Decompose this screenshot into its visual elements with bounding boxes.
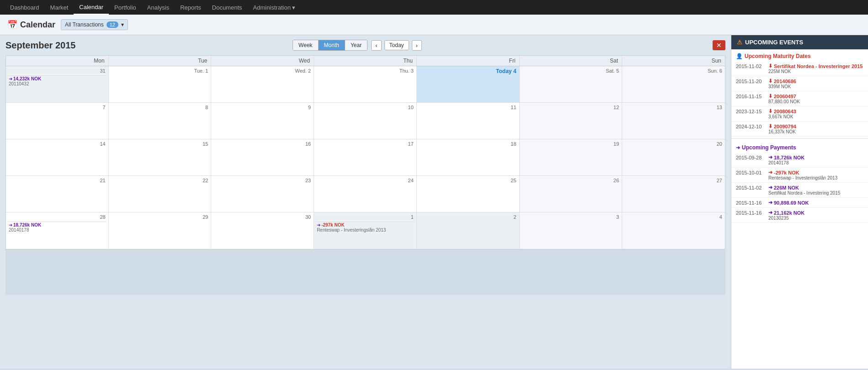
day-number: 10 [316,104,415,112]
filter-dropdown[interactable]: All Transactions 12 ▾ [61,19,128,30]
calendar-day[interactable]: 27 [622,176,725,212]
calendar-day[interactable]: 21 [6,176,109,212]
event-link[interactable]: ➜ 90,898.69 NOK [768,200,863,206]
event-link[interactable]: ⬇ 20060497 [768,93,863,99]
calendar-day[interactable]: 20 [622,139,725,175]
calendar-day[interactable]: 26 [520,176,623,212]
event-link[interactable]: ⬇ 20090794 [768,123,863,129]
calendar-day[interactable]: 4 [622,212,725,249]
calendar-day[interactable]: 10 [314,103,417,139]
dropdown-arrow-icon: ▾ [121,21,124,28]
calendar-day[interactable]: 1 ➜-297k NOK Renteswap - Investeringslån… [314,212,417,249]
close-button[interactable]: ✕ [713,40,725,50]
header-sun: Sun [622,56,725,66]
event-date: 2015-09-28 [736,154,766,160]
down-icon: ⬇ [768,123,772,129]
nav-administration[interactable]: Administration ▾ [248,0,301,15]
event-item[interactable]: ➜14,232k NOK 20110432 [8,75,107,87]
day-number: Sat. 5 [522,67,620,75]
calendar-day[interactable]: 16 [211,139,314,175]
sidebar-upcoming-events: ⚠ UPCOMING EVENTS 👤 Upcoming Maturity Da… [731,35,868,369]
nav-analysis[interactable]: Analysis [142,0,175,15]
event-date: 2015-11-02 [736,63,766,69]
calendar-day[interactable]: 19 [520,139,623,175]
event-link[interactable]: ➜ 18,726k NOK [768,154,863,160]
nav-portfolio[interactable]: Portfolio [109,0,142,15]
calendar-day[interactable]: Thu. 3 [314,66,417,102]
prev-button[interactable]: ‹ [371,40,381,51]
calendar-day[interactable]: Wed. 2 [211,66,314,102]
event-sub: 20140178 [768,160,863,165]
calendar-day[interactable]: 7 [6,103,109,139]
event-arrow-icon: ➜ [9,222,12,227]
view-buttons: Week Month Year [293,40,367,51]
day-number: 2 [419,213,517,222]
calendar-day[interactable]: 2 [417,212,520,249]
event-sub: 225M NOK [768,69,863,74]
event-content: ⬇ 20140686 339M NOK [768,78,863,89]
calendar-day[interactable]: 11 [417,103,520,139]
payment-event-2: 2015-10-01 ➜ -297k NOK Renteswap - Inves… [731,168,868,183]
calendar-day[interactable]: 15 [109,139,212,175]
calendar-day[interactable]: 12 [520,103,623,139]
calendar-icon: 📅 [7,20,17,30]
calendar-day[interactable]: 25 [417,176,520,212]
calendar-day[interactable]: 17 [314,139,417,175]
calendar-week-1: 31 ➜14,232k NOK 20110432 Tue. 1 Wed. 2 T… [6,66,725,103]
event-item[interactable]: ➜18,726k NOK 20140178 [8,222,107,233]
nav-market[interactable]: Market [45,0,74,15]
event-date: 2023-12-15 [736,108,766,114]
sidebar-header: ⚠ UPCOMING EVENTS [731,35,868,49]
nav-calendar[interactable]: Calendar [74,0,109,15]
payment-event-4: 2015-11-16 ➜ 90,898.69 NOK [731,198,868,208]
calendar-day[interactable]: 30 [211,212,314,249]
calendar-day[interactable]: 29 [109,212,212,249]
month-view-button[interactable]: Month [319,40,345,50]
day-number: 18 [419,140,517,148]
event-sub: 87,880.00 NOK [768,99,863,104]
calendar-day[interactable]: 9 [211,103,314,139]
event-item[interactable]: ➜-297k NOK Renteswap - Investeringslån 2… [316,222,415,233]
calendar-day[interactable]: Tue. 1 [109,66,212,102]
event-link[interactable]: ⬇ 20080643 [768,108,863,114]
nav-reports[interactable]: Reports [175,0,207,15]
event-id: 20140178 [9,227,29,233]
event-date: 2015-11-20 [736,78,766,84]
next-button[interactable]: › [412,40,422,51]
header-thu: Thu [314,56,417,66]
event-date: 2015-11-16 [736,200,766,206]
week-view-button[interactable]: Week [293,40,318,50]
header-mon: Mon [6,56,109,66]
today-button[interactable]: Today [384,40,409,50]
calendar-day-today[interactable]: Today 4 [417,66,520,102]
event-link[interactable]: ➜ -297k NOK [768,169,863,175]
calendar-day[interactable]: 28 ➜18,726k NOK 20140178 [6,212,109,249]
calendar-day[interactable]: Sun. 6 [622,66,725,102]
nav-dashboard[interactable]: Dashboard [5,0,45,15]
day-number: 17 [316,140,415,148]
event-sub: 339M NOK [768,84,863,89]
calendar-day[interactable]: 18 [417,139,520,175]
day-number: 1 [316,213,415,222]
day-number: 27 [624,177,723,185]
event-link[interactable]: ⬇ 20140686 [768,78,863,84]
calendar-day[interactable]: 3 [520,212,623,249]
event-content: ⬇ Sertifikat Nordea - Investeringer 2015… [768,63,863,74]
calendar-day[interactable]: 23 [211,176,314,212]
calendar-day[interactable]: 24 [314,176,417,212]
payment-event-5: 2015-11-16 ➜ 21,162k NOK 20130235 [731,208,868,223]
calendar-day[interactable]: 13 [622,103,725,139]
calendar-day[interactable]: 22 [109,176,212,212]
event-link[interactable]: ➜ 21,162k NOK [768,210,863,216]
event-link[interactable]: ⬇ Sertifikat Nordea - Investeringer 2015 [768,63,863,69]
calendar-day[interactable]: Sat. 5 [520,66,623,102]
year-view-button[interactable]: Year [345,40,367,50]
calendar-day[interactable]: 14 [6,139,109,175]
calendar-day[interactable]: 31 ➜14,232k NOK 20110432 [6,66,109,102]
event-link[interactable]: ➜ 226M NOK [768,185,863,190]
nav-documents[interactable]: Documents [207,0,248,15]
calendar-area: September 2015 Week Month Year ‹ Today ›… [0,35,731,369]
day-number: 29 [111,213,209,222]
calendar-day[interactable]: 8 [109,103,212,139]
calendar-grid: Mon Tue Wed Thu Fri Sat Sun 31 ➜14,232k … [5,55,725,249]
